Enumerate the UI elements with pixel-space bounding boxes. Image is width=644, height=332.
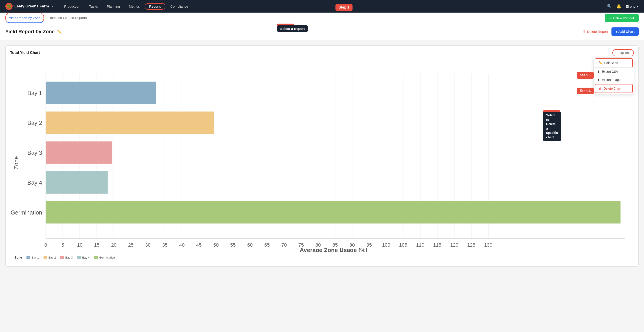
delete-report-button[interactable]: 🗑 Delete Report — [582, 30, 608, 34]
svg-text:Zone: Zone — [13, 156, 19, 169]
nav-planning[interactable]: Planning — [103, 3, 124, 10]
page-title-area: Yield Report by Zone ✏️ — [6, 29, 62, 35]
export-csv-item[interactable]: ⬆ Export CSV — [594, 68, 634, 76]
legend-bay3: Bay 3 — [60, 256, 73, 259]
svg-text:60: 60 — [247, 242, 253, 248]
plus-icon: + — [609, 16, 611, 20]
options-button[interactable]: ··· Options — [612, 49, 634, 56]
tab-yield-report[interactable]: Yield Report by Zone — [6, 13, 44, 23]
svg-text:🌿: 🌿 — [6, 4, 12, 9]
notifications-icon[interactable]: 🔔 — [616, 4, 621, 9]
legend-swatch-bay2 — [44, 256, 47, 259]
search-icon[interactable]: 🔍 — [607, 4, 612, 9]
svg-text:130: 130 — [484, 242, 492, 248]
page-header: Yield Report by Zone ✏️ 🗑 Delete Report … — [0, 23, 644, 40]
svg-text:Bay 4: Bay 4 — [28, 179, 42, 186]
svg-text:25: 25 — [128, 242, 134, 248]
chart-card: Total Yield Chart ··· Options ✏️ Edit Ch… — [6, 45, 638, 267]
legend-germination: Germination — [94, 256, 115, 259]
bar-bay2 — [46, 112, 214, 134]
legend-swatch-bay3 — [60, 256, 64, 259]
brand-name: Leafy Greens Farm — [14, 4, 49, 9]
legend-swatch-bay4 — [77, 256, 81, 259]
edit-icon: ✏️ — [599, 61, 602, 65]
export-image-icon: ⬆ — [597, 78, 600, 82]
legend-swatch-germination — [94, 256, 98, 259]
page-actions: 🗑 Delete Report + Add Chart — [582, 28, 638, 36]
bar-bay4 — [46, 171, 108, 194]
nav-links: Production Tasks Planning Metrics Report… — [60, 3, 607, 10]
chart-svg-container: Zone — [10, 65, 634, 253]
dropdown-menu: ✏️ Edit Chart ⬆ Export CSV ⬆ Export Imag… — [594, 57, 634, 94]
bar-bay3 — [46, 142, 112, 164]
svg-text:Bay 1: Bay 1 — [28, 90, 42, 96]
svg-text:15: 15 — [94, 242, 100, 248]
delete-chart-item[interactable]: 🗑 Delete Chart — [595, 84, 633, 93]
legend-title: Zone — [14, 256, 22, 259]
chart-title: Total Yield Chart — [10, 51, 40, 55]
chart-svg: Zone — [10, 65, 634, 252]
user-menu[interactable]: Elrond ▾ — [626, 4, 638, 8]
svg-text:70: 70 — [282, 242, 287, 248]
tabs-list: Yield Report by Zone Romaine Lettuce Rep… — [6, 13, 91, 23]
trash-icon: 🗑 — [582, 30, 586, 34]
svg-text:125: 125 — [467, 242, 475, 248]
brand-chevron-icon: ▾ — [52, 5, 53, 8]
svg-text:10: 10 — [77, 242, 82, 248]
svg-text:Bay 3: Bay 3 — [28, 150, 42, 156]
nav-reports[interactable]: Reports — [145, 3, 166, 10]
options-container: ··· Options ✏️ Edit Chart ⬆ Export CSV ⬆ — [612, 49, 634, 56]
new-report-button[interactable]: + + New Report — [605, 14, 638, 22]
brand-logo: 🌿 — [6, 3, 12, 10]
bar-germination — [46, 201, 621, 223]
svg-text:Germination: Germination — [10, 209, 42, 216]
svg-text:120: 120 — [450, 242, 458, 248]
svg-text:55: 55 — [230, 242, 236, 248]
edit-chart-item[interactable]: ✏️ Edit Chart — [595, 58, 633, 67]
user-chevron-icon: ▾ — [637, 4, 638, 8]
username: Elrond — [626, 5, 636, 8]
legend-bay4: Bay 4 — [77, 256, 90, 259]
chart-card-header: Total Yield Chart ··· Options ✏️ Edit Ch… — [6, 46, 638, 60]
nav-production[interactable]: Production — [60, 3, 84, 10]
svg-text:65: 65 — [264, 242, 270, 248]
nav-compliance[interactable]: Compliance — [166, 3, 192, 10]
nav-tasks[interactable]: Tasks — [85, 3, 102, 10]
delete-chart-icon: 🗑 — [599, 87, 602, 90]
nav-metrics[interactable]: Metrics — [125, 3, 144, 10]
add-chart-button[interactable]: + Add Chart — [612, 28, 638, 36]
svg-text:0: 0 — [44, 242, 47, 248]
chart-body: Zone — [6, 60, 638, 266]
export-csv-icon: ⬆ — [597, 70, 600, 74]
svg-text:35: 35 — [162, 242, 168, 248]
page-title: Yield Report by Zone — [6, 29, 54, 35]
svg-text:115: 115 — [433, 242, 441, 248]
main-content: Total Yield Chart ··· Options ✏️ Edit Ch… — [0, 40, 644, 272]
svg-text:20: 20 — [111, 242, 116, 248]
svg-text:105: 105 — [399, 242, 407, 248]
svg-text:40: 40 — [179, 242, 185, 248]
svg-text:100: 100 — [382, 242, 390, 248]
legend-bay1: Bay 1 — [26, 256, 39, 259]
svg-text:110: 110 — [416, 242, 424, 248]
export-image-item[interactable]: ⬆ Export Image — [594, 76, 634, 84]
svg-text:Bay 2: Bay 2 — [28, 120, 42, 126]
nav-right: 🔍 🔔 Elrond ▾ — [607, 4, 638, 9]
svg-text:Average Zone Usage (%): Average Zone Usage (%) — [300, 247, 368, 252]
navbar: 🌿 Leafy Greens Farm ▾ Production Tasks P… — [0, 0, 644, 13]
edit-title-button[interactable]: ✏️ — [57, 30, 62, 34]
legend-swatch-bay1 — [26, 256, 30, 259]
legend-bay2: Bay 2 — [44, 256, 56, 259]
svg-text:5: 5 — [62, 242, 64, 248]
svg-text:45: 45 — [196, 242, 202, 248]
brand[interactable]: 🌿 Leafy Greens Farm ▾ — [6, 3, 53, 10]
chart-legend: Zone Bay 1 Bay 2 Bay 3 Bay 4 — [10, 253, 634, 264]
svg-text:50: 50 — [213, 242, 218, 248]
svg-text:30: 30 — [145, 242, 150, 248]
tab-romaine-lettuce[interactable]: Romaine Lettuce Reports — [44, 13, 91, 23]
tabs-bar: Yield Report by Zone Romaine Lettuce Rep… — [0, 13, 644, 23]
bar-bay1 — [46, 82, 156, 104]
